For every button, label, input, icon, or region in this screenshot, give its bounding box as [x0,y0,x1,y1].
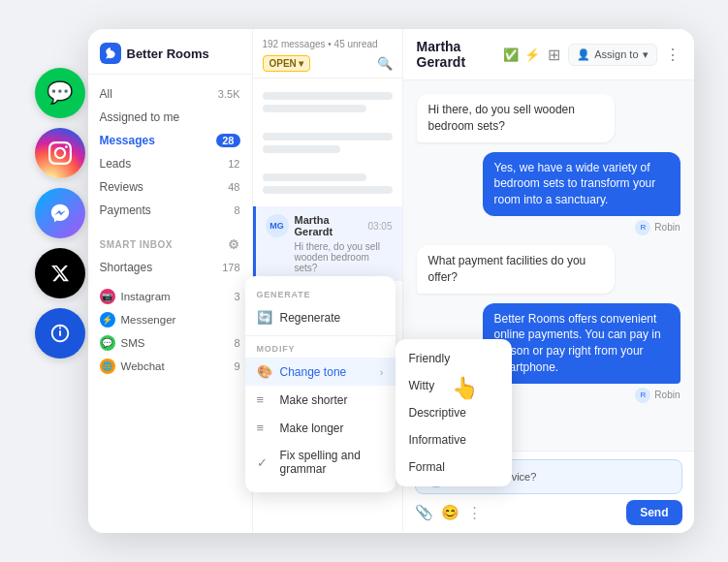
webchat-dot: 🌐 [100,359,115,374]
side-icon-instagram[interactable] [35,128,85,178]
channel-sms[interactable]: 💬 SMS 8 [88,331,252,355]
sidebar-nav: All 3.5K Assigned to me Messages 28 Lead… [88,75,252,230]
channel-instagram[interactable]: 📷 Instagram 3 [88,285,252,308]
conv-avatar-martha: MG [266,214,289,237]
status-badge[interactable]: OPEN ▾ [263,55,310,72]
input-icons: 📎 😊 ⋮ [415,504,482,521]
conv-name-martha: Martha Gerardt [295,214,363,237]
side-icon-messages[interactable]: 💬 [35,68,85,118]
channel-webchat[interactable]: 🌐 Webchat 9 [88,355,252,378]
nav-item-assigned[interactable]: Assigned to me [88,106,252,129]
longer-icon: ≡ [257,421,272,435]
nav-item-payments[interactable]: Payments 8 [88,199,252,222]
tone-submenu: Friendly Witty Descriptive Informative F… [396,339,512,486]
nav-item-messages[interactable]: Messages 28 [88,129,252,152]
msg-group-2: Yes, we have a wide variety of bedroom s… [417,152,681,235]
sidebar: Better Rooms All 3.5K Assigned to me Mes… [88,29,253,533]
status-bar: OPEN ▾ 🔍 [263,55,393,72]
shorter-icon: ≡ [257,392,272,407]
popup-item-change-tone[interactable]: 🎨 Change tone › [245,358,396,386]
nav-item-shortages[interactable]: Shortages 178 [88,256,252,279]
more-input-icon[interactable]: ⋮ [467,504,482,521]
conv-skeleton-3[interactable] [253,166,402,206]
msg-incoming-1: Hi there, do you sell wooden bedroom set… [417,94,615,142]
send-button[interactable]: Send [626,500,681,525]
fix-spelling-icon: ✓ [257,455,272,470]
side-icons-panel: 💬 [35,68,85,359]
side-icon-twitter[interactable] [35,248,85,298]
conv-preview-martha: Hi there, do you sell wooden bedroom set… [295,241,393,273]
nav-item-all[interactable]: All 3.5K [88,82,252,106]
tone-witty[interactable]: Witty [396,372,512,399]
fix-spelling-label: Fix spelling and grammar [280,449,384,476]
regenerate-label: Regenerate [280,311,384,325]
tone-informative[interactable]: Informative [396,426,512,453]
popup-item-shorter[interactable]: ≡ Make shorter [245,386,396,414]
message-count: 192 messages • 45 unread [263,39,393,49]
change-tone-icon: 🎨 [257,364,272,379]
search-icon[interactable]: 🔍 [377,56,393,71]
msg-outgoing-1: Yes, we have a wide variety of bedroom s… [483,152,681,216]
ai-bolt-icon: ⚡ [524,47,540,62]
popup-item-longer[interactable]: ≡ Make longer [245,414,396,442]
sender-avatar-robin-2: R [635,388,650,403]
sms-dot: 💬 [100,335,115,351]
sidebar-title: Better Rooms [127,47,209,61]
middle-header: 192 messages • 45 unread OPEN ▾ 🔍 [253,29,402,78]
generate-section-label: GENERATE [245,286,396,303]
tone-formal[interactable]: Formal [396,453,512,481]
sidebar-header: Better Rooms [88,29,252,75]
assign-chevron-icon: ▾ [643,48,649,61]
conv-skeleton-2[interactable] [253,125,402,166]
assign-to-button[interactable]: 👤 Assign to ▾ [568,44,656,66]
instagram-dot: 📷 [100,289,115,304]
verified-icon: ✅ [503,47,519,62]
shorter-label: Make shorter [280,393,384,407]
msg-outgoing-2: Better Rooms offers convenient online pa… [483,303,681,384]
assign-person-icon: 👤 [577,48,590,61]
more-options-icon[interactable]: ⋮ [665,46,681,64]
messenger-dot: ⚡ [100,312,115,328]
conv-time-martha: 03:05 [367,221,392,232]
tone-descriptive[interactable]: Descriptive [396,399,512,426]
modify-section-label: MODIFY [245,340,396,358]
change-tone-arrow-icon: › [380,366,384,378]
msg-group-3: What payment facilities do you offer? [417,245,681,294]
chat-contact-name: Martha Gerardt [417,39,498,70]
longer-label: Make longer [280,422,384,435]
tone-friendly[interactable]: Friendly [396,345,512,372]
msg-sender-robin-2: R Robin [635,388,680,403]
ai-popup: GENERATE 🔄 Regenerate MODIFY 🎨 Change to… [245,276,396,492]
popup-item-fix-spelling[interactable]: ✓ Fix spelling and grammar [245,442,396,483]
regenerate-icon: 🔄 [257,310,272,325]
input-row: 📎 😊 ⋮ Send [415,500,682,525]
nav-item-leads[interactable]: Leads 12 [88,152,252,175]
brand-logo [100,43,121,64]
conv-item-martha[interactable]: MG Martha Gerardt 03:05 Hi there, do you… [253,206,402,281]
change-tone-label: Change tone [280,365,372,379]
inbox-settings-icon[interactable]: ⚙ [228,237,240,252]
channel-messenger[interactable]: ⚡ Messenger [88,308,252,331]
side-icon-brand[interactable] [35,308,85,359]
conv-skeleton-1[interactable] [253,84,402,125]
chat-header: Martha Gerardt ✅ ⚡ ⊞ 👤 Assign to ▾ ⋮ [403,29,694,80]
attachment-icon[interactable]: 📎 [415,504,433,521]
smart-inbox-label: Smart Inbox ⚙ [88,230,252,256]
popup-item-regenerate[interactable]: 🔄 Regenerate [245,303,396,331]
sender-avatar-robin: R [635,220,650,235]
grid-view-icon[interactable]: ⊞ [548,46,560,64]
emoji-icon[interactable]: 😊 [441,504,459,521]
app-container: 💬 [35,29,694,533]
msg-incoming-2: What payment facilities do you offer? [417,245,615,294]
nav-item-reviews[interactable]: Reviews 48 [88,175,252,199]
side-icon-messenger[interactable] [35,188,85,238]
msg-group-1: Hi there, do you sell wooden bedroom set… [417,94,681,142]
msg-sender-robin-1: R Robin [635,220,680,235]
